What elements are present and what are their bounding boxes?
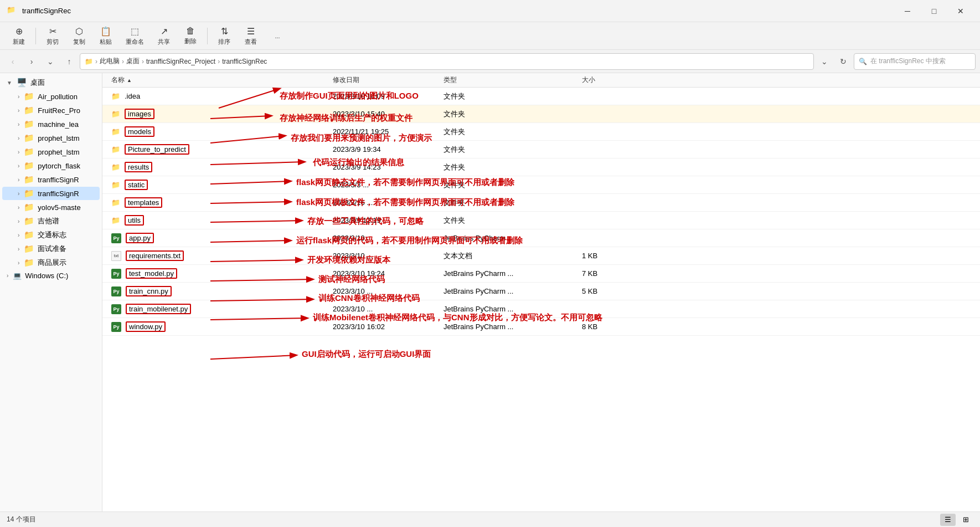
back-button[interactable]: ‹ (4, 53, 21, 70)
file-modified: 2023/3/10 18:09 (333, 92, 443, 100)
chevron-right-icon: › (18, 260, 19, 266)
main-area: ▼ 🖥️ 桌面 › 📁 Air_pollution › 📁 FruitRec_P… (0, 73, 980, 511)
table-row[interactable]: Py train_cnn.py 2023/3/10 ... JetBrains … (102, 283, 980, 300)
rename-button[interactable]: ⬚ 重命名 (120, 24, 149, 48)
sidebar-item-yolo[interactable]: › 📁 yolov5-maste (2, 201, 100, 214)
python-icon: Py (111, 322, 121, 332)
grid-view-button[interactable]: ⊞ (958, 514, 973, 526)
table-row[interactable]: 📁 models 2022/11/21 19:25 文件夹 (102, 123, 980, 141)
breadcrumb-part-1[interactable]: 桌面 (126, 57, 140, 66)
col-header-type[interactable]: 类型 (443, 75, 582, 85)
table-row[interactable]: 📁 images 2023/3/10 15:40 文件夹 (102, 105, 980, 123)
sidebar-item-label: 面试准备 (38, 244, 66, 254)
file-modified: 2023/3/16 ... (333, 198, 443, 207)
sidebar-item-guitar[interactable]: › 📁 吉他谱 (2, 214, 100, 228)
sidebar-item-label: 吉他谱 (38, 216, 59, 226)
sidebar-item-prophet1[interactable]: › 📁 prophet_lstm (2, 131, 100, 145)
file-type: 文件夹 (443, 145, 582, 155)
refresh-button[interactable]: ↻ (835, 53, 852, 70)
col-header-size[interactable]: 大小 (582, 75, 665, 85)
search-bar[interactable]: 🔍 在 tranfficSignRec 中搜索 (854, 53, 976, 70)
sidebar-item-label: Air_pollution (38, 93, 78, 101)
col-header-name[interactable]: 名称 ▲ (111, 75, 333, 85)
close-button[interactable]: ✕ (948, 3, 973, 19)
sidebar-item-pytorch[interactable]: › 📁 pytorch_flask (2, 159, 100, 172)
file-name-cell: Py train_mobilenet.py (111, 304, 333, 314)
sidebar-item-interview[interactable]: › 📁 面试准备 (2, 242, 100, 255)
file-modified: 2023/3/10 16:02 (333, 323, 443, 331)
table-row[interactable]: Py test_model.py 2023/3/10 19:24 JetBrai… (102, 265, 980, 283)
share-button[interactable]: ↗ 共享 (152, 24, 176, 48)
sidebar-item-label: 交通标志 (38, 230, 66, 240)
breadcrumb-part-0[interactable]: 此电脑 (100, 57, 120, 66)
folder-icon: 📁 (111, 163, 120, 171)
file-size: 5 KB (582, 287, 665, 295)
sidebar-item-air[interactable]: › 📁 Air_pollution (2, 90, 100, 103)
file-type: JetBrains PyCharm ... (443, 323, 582, 331)
folder-icon: 📁 (24, 230, 34, 240)
sidebar-item-prophet2[interactable]: › 📁 prophet_lstm (2, 145, 100, 158)
table-row[interactable]: txt requirements.txt 2023/3/10 ... 文本文档 … (102, 247, 980, 265)
delete-button[interactable]: 🗑 删除 (178, 24, 203, 48)
sidebar-item-fruit[interactable]: › 📁 FruitRec_Pro (2, 104, 100, 117)
chevron-right-icon: › (18, 149, 19, 155)
breadcrumb-part-3[interactable]: tranfficSignRec (222, 58, 267, 65)
table-row[interactable]: Py app.py 2023/3/10 ... JetBrains PyChar… (102, 229, 980, 247)
path-dropdown-button[interactable]: ⌄ (816, 53, 833, 70)
folder-icon: 📁 (24, 119, 34, 129)
file-size: 7 KB (582, 269, 665, 278)
file-name-text: Picture_to_predict (125, 144, 189, 155)
sidebar-item-windows[interactable]: › 💻 Windows (C:) (2, 270, 100, 282)
breadcrumb-sep-0: › (95, 58, 97, 65)
folder-icon: 🖥️ (17, 78, 27, 88)
sidebar-item-label: 商品展示 (38, 258, 66, 268)
forward-button[interactable]: › (23, 53, 40, 70)
up-button[interactable]: ↑ (61, 53, 78, 70)
breadcrumb-sep-1: › (122, 58, 124, 65)
file-name-text: images (125, 109, 154, 119)
sidebar-item-label: pytorch_flask (38, 162, 80, 170)
table-row[interactable]: 📁 results 2023/3/9 14:23 文件夹 (102, 158, 980, 176)
maximize-button[interactable]: □ (921, 3, 947, 19)
sidebar-item-traffic2[interactable]: › 📁 tranfficSignR (2, 187, 100, 200)
file-name-cell: 📁 models (111, 126, 333, 137)
minimize-button[interactable]: ─ (895, 3, 920, 19)
col-header-modified[interactable]: 修改日期 (333, 75, 443, 85)
chevron-down-icon: ▼ (7, 80, 12, 86)
file-modified: 2023/3/3 ... (333, 181, 443, 189)
table-row[interactable]: 📁 .idea 2023/3/10 18:09 文件夹 (102, 88, 980, 105)
dropdown-button[interactable]: ⌄ (42, 53, 59, 70)
sidebar-item-traffic1[interactable]: › 📁 tranfficSignR (2, 173, 100, 186)
view-button[interactable]: ☰ 查看 (239, 24, 263, 48)
new-button[interactable]: ⊕ 新建 (7, 24, 31, 48)
table-row[interactable]: Py window.py 2023/3/10 16:02 JetBrains P… (102, 318, 980, 336)
cut-button[interactable]: ✂ 剪切 (40, 24, 65, 48)
file-name-text: results (125, 162, 152, 172)
file-name-cell: 📁 utils (111, 215, 333, 226)
table-row[interactable]: Py train_mobilenet.py 2023/3/10 ... JetB… (102, 300, 980, 318)
list-view-button[interactable]: ☰ (940, 514, 956, 526)
file-modified: 2023/3/9 14:23 (333, 163, 443, 171)
breadcrumb-part-2[interactable]: tranfficSignRec_Project (146, 58, 215, 65)
breadcrumb-icon: 📁 (85, 58, 93, 65)
chevron-right-icon: › (18, 191, 19, 197)
table-row[interactable]: 📁 Picture_to_predict 2023/3/9 19:34 文件夹 (102, 141, 980, 158)
sidebar-item-machine[interactable]: › 📁 machine_lea (2, 117, 100, 131)
paste-button[interactable]: 📋 粘贴 (94, 24, 118, 48)
sidebar-item-desktop[interactable]: ▼ 🖥️ 桌面 (2, 76, 100, 89)
copy-button[interactable]: ⬡ 复制 (67, 24, 91, 48)
app-icon: 📁 (7, 6, 18, 17)
breadcrumb[interactable]: 📁 › 此电脑 › 桌面 › tranfficSignRec_Project ›… (80, 53, 814, 70)
file-name-cell: Py train_cnn.py (111, 286, 333, 296)
sidebar-item-goods[interactable]: › 📁 商品展示 (2, 256, 100, 269)
table-row[interactable]: 📁 utils 2023/3/9 12:19 文件夹 (102, 212, 980, 229)
folder-icon: 📁 (111, 127, 120, 136)
view-controls: ☰ ⊞ (940, 514, 973, 526)
sidebar-item-traffic-sign[interactable]: › 📁 交通标志 (2, 228, 100, 242)
more-button[interactable]: ... (265, 24, 290, 48)
table-row[interactable]: 📁 templates 2023/3/16 ... 文件夹 (102, 194, 980, 212)
table-row[interactable]: 📁 static 2023/3/3 ... 文件夹 (102, 176, 980, 194)
paste-icon: 📋 (100, 26, 111, 37)
sort-button[interactable]: ⇅ 排序 (212, 24, 236, 48)
sidebar-item-label: FruitRec_Pro (38, 106, 80, 115)
